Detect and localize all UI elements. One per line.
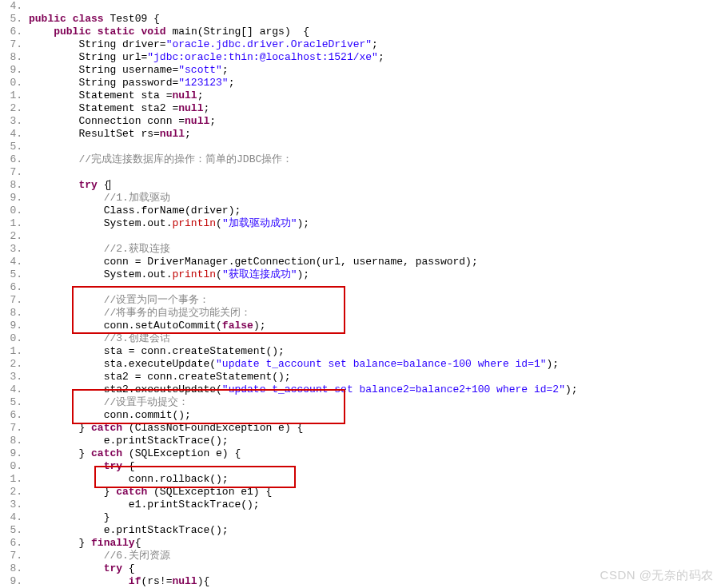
code-content: try { bbox=[29, 460, 725, 473]
line-number: 6. bbox=[0, 537, 29, 550]
token-kw: public bbox=[29, 13, 66, 25]
token-comm: //设置为同一个事务： bbox=[104, 294, 210, 306]
code-line: 3. e1.printStackTrace(); bbox=[0, 499, 725, 511]
code-line: 6. public static void main(String[] args… bbox=[0, 26, 725, 38]
token-kw: public bbox=[54, 26, 91, 38]
code-line: 4. conn = DriverManager.getConnection(ur… bbox=[0, 256, 725, 268]
line-number: 3. bbox=[0, 371, 29, 383]
token-kw: null bbox=[185, 115, 209, 127]
token-comm: //6.关闭资源 bbox=[104, 550, 170, 562]
code-content: Connection conn =null; bbox=[29, 115, 725, 128]
line-number: 8. bbox=[0, 307, 29, 320]
code-line: 5.public class Test09 { bbox=[0, 13, 725, 26]
code-line: 9. conn.setAutoCommit(false); bbox=[0, 320, 725, 332]
token-str: "oracle.jdbc.driver.OracleDriver" bbox=[166, 38, 372, 50]
code-content: //完成连接数据库的操作：简单的JDBC操作： bbox=[29, 153, 725, 166]
code-content: Class.forName(driver); bbox=[29, 205, 725, 217]
code-line: 3. sta2 = conn.createStatement(); bbox=[0, 371, 725, 383]
code-line: 2. Statement sta2 =null; bbox=[0, 102, 725, 115]
code-line: 8. e.printStackTrace(); bbox=[0, 435, 725, 447]
line-number: 9. bbox=[0, 575, 29, 588]
code-line: 4. sta2.executeUpdate("update t_account … bbox=[0, 383, 725, 396]
line-number: 2. bbox=[0, 230, 29, 243]
token-kw: try bbox=[104, 460, 122, 472]
line-number: 6. bbox=[0, 153, 29, 166]
token-kw: catch bbox=[91, 447, 122, 459]
line-number: 8. bbox=[0, 435, 29, 447]
line-number: 0. bbox=[0, 205, 29, 217]
code-line: 6. } finally{ bbox=[0, 537, 725, 550]
code-line: 7. bbox=[0, 166, 725, 179]
code-content: sta = conn.createStatement(); bbox=[29, 345, 725, 358]
code-content: public class Test09 { bbox=[29, 13, 725, 26]
token-str: "update t_account set balance=balance-10… bbox=[216, 358, 546, 370]
line-number: 7. bbox=[0, 422, 29, 435]
code-content: sta.executeUpdate("update t_account set … bbox=[29, 358, 725, 371]
code-content: //设置手动提交： bbox=[29, 396, 725, 409]
code-line: 0. Class.forName(driver); bbox=[0, 205, 725, 217]
code-content: try { bbox=[29, 179, 725, 192]
code-line: 8. String url="jdbc:oracle:thin:@localho… bbox=[0, 51, 725, 64]
code-line: 8. try { bbox=[0, 179, 725, 192]
code-line: 7. //6.关闭资源 bbox=[0, 550, 725, 562]
line-number: 5. bbox=[0, 268, 29, 281]
code-line: 1. System.out.println("加载驱动成功"); bbox=[0, 217, 725, 230]
token-comm: //将事务的自动提交功能关闭： bbox=[104, 307, 252, 319]
code-line: 9. //1.加载驱动 bbox=[0, 192, 725, 205]
code-line: 2. } catch (SQLException e1) { bbox=[0, 486, 725, 499]
code-content: System.out.println("获取连接成功"); bbox=[29, 268, 725, 281]
code-content: public static void main(String[] args) { bbox=[29, 26, 725, 38]
token-str: "update t_account set balance2=balance2+… bbox=[222, 383, 565, 395]
line-number: 5. bbox=[0, 13, 29, 26]
code-content: conn.setAutoCommit(false); bbox=[29, 320, 725, 332]
token-kw: static bbox=[98, 26, 135, 38]
code-lines: 4.5.public class Test09 {6. public stati… bbox=[0, 0, 725, 588]
token-comm: //完成连接数据库的操作：简单的JDBC操作： bbox=[78, 153, 293, 165]
code-line: 2. bbox=[0, 230, 725, 243]
line-number: 9. bbox=[0, 192, 29, 205]
line-number: 5. bbox=[0, 524, 29, 537]
token-red: println bbox=[172, 217, 216, 229]
line-number: 1. bbox=[0, 89, 29, 102]
code-line: 7. } catch (ClassNotFoundException e) { bbox=[0, 422, 725, 435]
code-content: } catch (SQLException e1) { bbox=[29, 486, 725, 499]
code-content: conn.rollback(); bbox=[29, 473, 725, 486]
line-number: 1. bbox=[0, 217, 29, 230]
code-line: 7. String driver="oracle.jdbc.driver.Ora… bbox=[0, 38, 725, 51]
code-content: conn.commit(); bbox=[29, 409, 725, 422]
token-str: "加载驱动成功" bbox=[222, 217, 297, 229]
line-number: 1. bbox=[0, 473, 29, 486]
code-content: //将事务的自动提交功能关闭： bbox=[29, 307, 725, 320]
code-content: if(rs!=null){ bbox=[29, 575, 725, 588]
code-content: String username="scott"; bbox=[29, 64, 725, 77]
line-number: 3. bbox=[0, 243, 29, 256]
token-red: println bbox=[172, 268, 216, 280]
code-content: sta2 = conn.createStatement(); bbox=[29, 371, 725, 383]
code-content: e.printStackTrace(); bbox=[29, 524, 725, 537]
line-number: 2. bbox=[0, 486, 29, 499]
code-content: //3.创建会话 bbox=[29, 332, 725, 345]
code-line: 1. sta = conn.createStatement(); bbox=[0, 345, 725, 358]
code-line: 5. //设置手动提交： bbox=[0, 396, 725, 409]
code-content: //1.加载驱动 bbox=[29, 192, 725, 205]
line-number: 7. bbox=[0, 38, 29, 51]
code-content: //6.关闭资源 bbox=[29, 550, 725, 562]
line-number: 9. bbox=[0, 320, 29, 332]
line-number: 3. bbox=[0, 115, 29, 128]
line-number: 7. bbox=[0, 166, 29, 179]
token-kw: try bbox=[104, 562, 122, 574]
line-number: 7. bbox=[0, 294, 29, 307]
code-content: ResultSet rs=null; bbox=[29, 128, 725, 141]
code-line: 2. sta.executeUpdate("update t_account s… bbox=[0, 358, 725, 371]
code-line: 4. ResultSet rs=null; bbox=[0, 128, 725, 141]
code-line: 9. String username="scott"; bbox=[0, 64, 725, 77]
token-str: "jdbc:oracle:thin:@localhost:1521/xe" bbox=[147, 51, 378, 63]
line-number: 0. bbox=[0, 460, 29, 473]
code-line: 3. Connection conn =null; bbox=[0, 115, 725, 128]
line-number: 0. bbox=[0, 77, 29, 89]
code-content: try { bbox=[29, 562, 725, 575]
line-number: 4. bbox=[0, 128, 29, 141]
token-kw: false bbox=[222, 320, 253, 332]
token-str: "获取连接成功" bbox=[222, 268, 297, 280]
code-content: Statement sta =null; bbox=[29, 89, 725, 102]
